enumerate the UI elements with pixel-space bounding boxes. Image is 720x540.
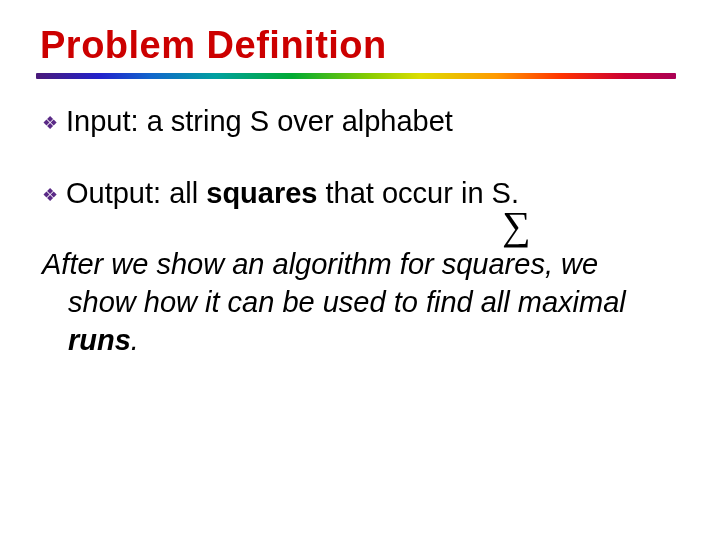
bullet-marker-icon: ❖ (42, 106, 58, 140)
bullet-bold-word: squares (206, 177, 317, 209)
bullet-label: Input: (66, 105, 139, 137)
slide: Problem Definition ❖ Input: a string S o… (0, 0, 720, 540)
bullet-body-post: that occur in S. (318, 177, 520, 209)
para-post: . (131, 324, 139, 356)
bullet-text: Input: a string S over alphabet (66, 103, 453, 141)
bullet-list: ❖ Input: a string S over alphabet ∑ ❖ Ou… (40, 103, 684, 212)
bullet-marker-icon: ❖ (42, 178, 58, 212)
bullet-body: a string S over alphabet (147, 105, 453, 137)
page-title: Problem Definition (40, 24, 684, 67)
para-pre: After we show an algorithm for squares, … (42, 248, 626, 318)
paragraph: After we show an algorithm for squares, … (40, 246, 684, 359)
bullet-body-pre: all (169, 177, 206, 209)
rainbow-divider (36, 73, 676, 79)
bullet-text: Output: all squares that occur in S. (66, 175, 519, 213)
bullet-label: Output: (66, 177, 161, 209)
para-bold-word: runs (68, 324, 131, 356)
sigma-icon: ∑ (502, 206, 531, 246)
bullet-item-output: ❖ Output: all squares that occur in S. (42, 175, 684, 213)
bullet-item-input: ❖ Input: a string S over alphabet ∑ (42, 103, 684, 141)
